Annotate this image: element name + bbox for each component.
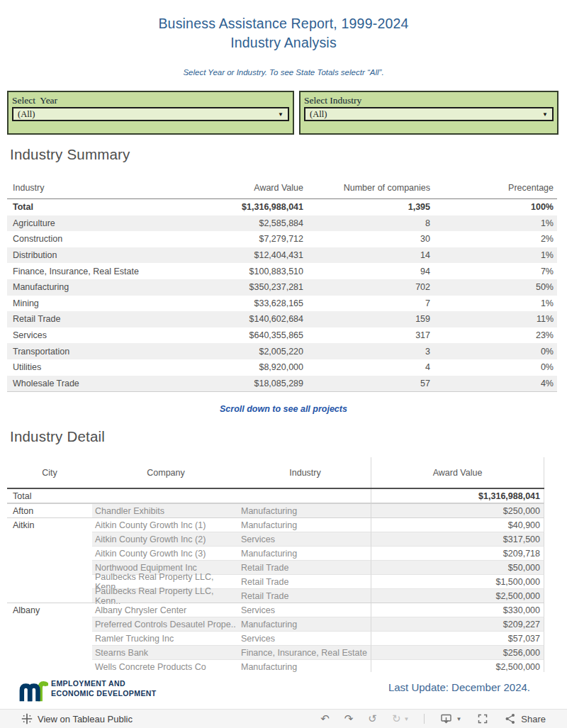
year-filter-dropdown[interactable]: (All) ▼ bbox=[12, 107, 289, 121]
fullscreen-button[interactable] bbox=[476, 712, 489, 725]
summary-cell-companies: 94 bbox=[303, 267, 430, 276]
replay-icon[interactable]: ↺ bbox=[368, 714, 377, 724]
share-button[interactable]: Share bbox=[504, 712, 546, 725]
detail-cell-company: Albany Chrysler Center bbox=[92, 603, 240, 617]
view-on-tableau-link[interactable]: View on Tableau Public bbox=[21, 713, 133, 724]
summary-cell-industry: Construction bbox=[7, 234, 176, 244]
detail-cell-city: Aitkin bbox=[7, 517, 92, 532]
summary-col-award: Award Value bbox=[176, 183, 303, 193]
summary-table-row[interactable]: Mining $33,628,165 7 1% bbox=[7, 296, 557, 312]
detail-cell-award: $57,037 bbox=[371, 631, 544, 645]
chevron-down-icon: ▼ bbox=[542, 111, 548, 118]
share-label: Share bbox=[521, 714, 546, 724]
caret-down-icon: ▼ bbox=[403, 716, 409, 722]
detail-col-award: Award Value bbox=[371, 457, 544, 488]
summary-table-body: Total $1,316,988,041 1,395 100% Agricult… bbox=[7, 199, 557, 392]
detail-cell-city bbox=[7, 532, 92, 546]
summary-cell-pct: 1% bbox=[430, 218, 554, 228]
redo-icon[interactable]: ↷ bbox=[344, 714, 354, 724]
summary-total-companies: 1,395 bbox=[303, 202, 430, 212]
year-filter-value: (All) bbox=[18, 109, 35, 120]
tableau-toolbar: View on Tableau Public ↶ ↷ ↺ ↻ ▼ ▼ bbox=[0, 709, 567, 728]
page-title-line2: Industry Analysis bbox=[0, 33, 567, 52]
summary-cell-pct: 0% bbox=[430, 362, 554, 372]
detail-cell-industry: Manufacturing bbox=[240, 546, 371, 560]
summary-cell-pct: 1% bbox=[430, 298, 554, 308]
summary-table-row[interactable]: Wholesale Trade $18,085,289 57 4% bbox=[7, 376, 557, 392]
summary-table: Industry Award Value Number of companies… bbox=[7, 177, 557, 392]
detail-cell-industry: Manufacturing bbox=[240, 659, 371, 672]
summary-cell-pct: 4% bbox=[430, 379, 554, 388]
summary-cell-companies: 4 bbox=[303, 362, 430, 372]
org-name-line1: EMPLOYMENT AND bbox=[51, 679, 157, 689]
detail-col-company: Company bbox=[92, 457, 240, 488]
summary-cell-award: $2,585,884 bbox=[176, 218, 303, 228]
summary-cell-pct: 0% bbox=[430, 347, 554, 357]
detail-cell-industry: Retail Trade bbox=[240, 574, 371, 588]
summary-cell-award: $8,920,000 bbox=[176, 362, 303, 372]
detail-cell-city: Afton bbox=[7, 503, 92, 517]
detail-cell-award: $317,500 bbox=[371, 532, 544, 546]
detail-cell-award: $2,500,000 bbox=[371, 588, 544, 603]
summary-cell-pct: 50% bbox=[430, 282, 554, 292]
summary-table-row[interactable]: Retail Trade $140,602,684 159 11% bbox=[7, 311, 557, 327]
refresh-menu-button[interactable]: ↻ ▼ bbox=[392, 714, 410, 724]
toolbar-actions: ↶ ↷ ↺ ↻ ▼ ▼ Sh bbox=[320, 712, 546, 725]
detail-table-row[interactable]: Aitkin Aitkin County Growth Inc (1) Manu… bbox=[7, 517, 544, 532]
download-menu-button[interactable]: ▼ bbox=[439, 712, 461, 725]
detail-cell-industry: Services bbox=[240, 532, 371, 546]
detail-cell-award: $209,227 bbox=[371, 617, 544, 631]
detail-cell-award: $1,500,000 bbox=[371, 574, 544, 588]
summary-table-row[interactable]: Services $640,355,865 317 23% bbox=[7, 327, 557, 344]
detail-cell-industry: Retail Trade bbox=[240, 588, 371, 603]
undo-icon[interactable]: ↶ bbox=[320, 714, 330, 724]
summary-cell-companies: 30 bbox=[303, 234, 430, 244]
detail-table-row[interactable]: Preferred Controls Desautel Prope.. Manu… bbox=[7, 617, 544, 631]
summary-table-row[interactable]: Finance, Insurance, Real Estate $100,883… bbox=[7, 263, 557, 279]
detail-table-row[interactable]: Ramler Trucking Inc Services $57,037 bbox=[7, 631, 544, 645]
summary-table-row[interactable]: Distribution $12,404,431 14 1% bbox=[7, 247, 557, 264]
detail-cell-city bbox=[7, 659, 92, 672]
summary-cell-pct: 7% bbox=[430, 267, 554, 276]
detail-total-row[interactable]: Total $1,316,988,041 bbox=[7, 488, 544, 503]
summary-cell-award: $33,628,165 bbox=[176, 298, 303, 308]
scroll-hint: Scroll down to see all projects bbox=[0, 404, 567, 414]
summary-cell-companies: 317 bbox=[303, 330, 430, 340]
detail-cell-industry: Services bbox=[240, 631, 371, 645]
detail-table-row[interactable]: Afton Chandler Exhibits Manufacturing $2… bbox=[7, 503, 544, 517]
summary-col-industry: Industry bbox=[7, 183, 176, 193]
summary-table-row[interactable]: Agriculture $2,585,884 8 1% bbox=[7, 215, 557, 232]
chevron-down-icon: ▼ bbox=[278, 111, 284, 118]
summary-cell-award: $7,279,712 bbox=[176, 234, 303, 244]
detail-table-row[interactable]: Aitkin County Growth Inc (3) Manufacturi… bbox=[7, 546, 544, 560]
detail-table-row[interactable]: Aitkin County Growth Inc (2) Services $3… bbox=[7, 532, 544, 546]
page-title-line1: Business Assistance Report, 1999-2024 bbox=[0, 14, 567, 33]
detail-col-industry: Industry bbox=[240, 457, 371, 488]
summary-table-row[interactable]: Construction $7,279,712 30 2% bbox=[7, 231, 557, 247]
industry-filter-dropdown[interactable]: (All) ▼ bbox=[304, 107, 554, 121]
summary-table-row[interactable]: Manufacturing $350,237,281 702 50% bbox=[7, 279, 557, 296]
summary-cell-companies: 8 bbox=[303, 218, 430, 228]
detail-table-row[interactable]: Paulbecks Real Property LLC, Kenn.. Reta… bbox=[7, 574, 544, 588]
summary-total-row[interactable]: Total $1,316,988,041 1,395 100% bbox=[7, 199, 557, 215]
summary-cell-award: $140,602,684 bbox=[176, 314, 303, 324]
detail-table-row[interactable]: Stearns Bank Finance, Insurance, Real Es… bbox=[7, 645, 544, 659]
summary-cell-award: $100,883,510 bbox=[176, 267, 303, 276]
detail-table-row[interactable]: Northwood Equipment Inc Retail Trade $50… bbox=[7, 560, 544, 574]
summary-cell-industry: Mining bbox=[7, 298, 176, 308]
detail-table-row[interactable]: Wells Concrete Products Co Manufacturing… bbox=[7, 659, 544, 672]
detail-table-row[interactable]: Albany Albany Chrysler Center Services $… bbox=[7, 603, 544, 617]
detail-cell-company: Ramler Trucking Inc bbox=[92, 631, 240, 645]
detail-table-header: City Company Industry Award Value bbox=[7, 457, 544, 488]
summary-table-row[interactable]: Transportation $2,005,220 3 0% bbox=[7, 343, 557, 359]
summary-cell-pct: 1% bbox=[430, 250, 554, 260]
summary-cell-industry: Transportation bbox=[7, 347, 176, 357]
detail-cell-company: Paulbecks Real Property LLC, Kenn.. bbox=[92, 588, 240, 603]
industry-filter-label: Select Industry bbox=[301, 92, 557, 106]
detail-table-row[interactable]: Paulbecks Real Property LLC, Kenn.. Reta… bbox=[7, 588, 544, 603]
summary-cell-industry: Services bbox=[7, 330, 176, 340]
industry-filter-panel: Select Industry (All) ▼ bbox=[299, 91, 558, 135]
download-icon bbox=[439, 712, 453, 725]
detail-cell-city bbox=[7, 631, 92, 645]
summary-table-row[interactable]: Utilities $8,920,000 4 0% bbox=[7, 359, 557, 376]
